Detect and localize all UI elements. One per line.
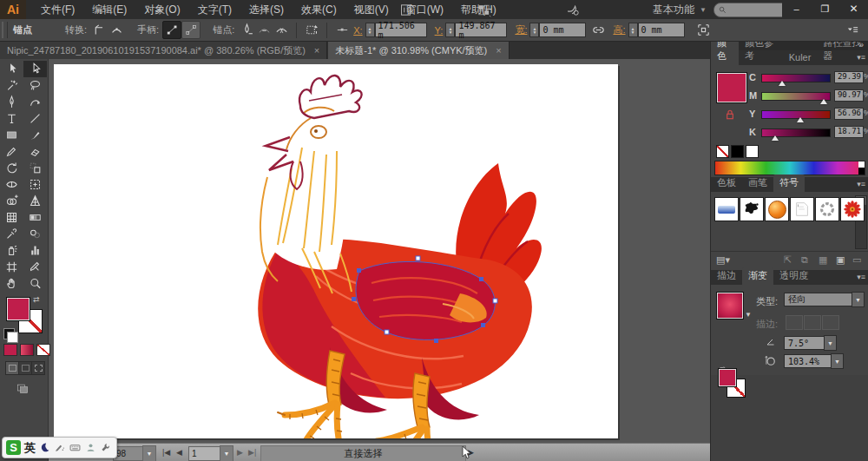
- delete-symbol-icon[interactable]: ▭: [852, 254, 861, 266]
- bridge-icon[interactable]: [395, 2, 416, 17]
- channel-slider[interactable]: [761, 92, 831, 101]
- tool-mesh[interactable]: [0, 209, 23, 226]
- menu-item-5[interactable]: 效果(C): [293, 0, 345, 20]
- channel-value-field[interactable]: 90.97: [834, 89, 864, 102]
- tool-magic-wand[interactable]: [0, 77, 23, 94]
- menu-item-6[interactable]: 视图(V): [346, 0, 397, 20]
- color-button[interactable]: [3, 344, 17, 356]
- new-symbol-icon[interactable]: ▣: [836, 254, 845, 266]
- tool-line-segment[interactable]: [23, 110, 47, 127]
- lock-icon[interactable]: [723, 107, 737, 122]
- channel-slider[interactable]: [761, 128, 831, 137]
- gradient-panel-menu-icon[interactable]: ▾≡: [857, 273, 865, 281]
- symbols-tab-1[interactable]: 画笔: [742, 175, 773, 192]
- height-field[interactable]: 0 mm: [638, 23, 685, 37]
- tool-selection[interactable]: [0, 61, 23, 77]
- cs-live-icon[interactable]: [562, 2, 583, 17]
- default-stroke-mini[interactable]: [7, 332, 18, 343]
- document-tab-0[interactable]: Nipic_24787180_20190610191537190084.ai* …: [0, 42, 327, 59]
- tool-hand[interactable]: [0, 275, 23, 292]
- tool-gradient[interactable]: [23, 209, 47, 226]
- menu-item-4[interactable]: 选择(S): [241, 0, 292, 20]
- show-handles-icon[interactable]: [162, 21, 181, 39]
- symbol-red-flower[interactable]: [840, 197, 865, 221]
- menu-item-3[interactable]: 文字(T): [190, 0, 240, 20]
- draw-inside-icon[interactable]: [32, 362, 44, 374]
- symbols-panel-menu-icon[interactable]: ▾≡: [857, 180, 865, 188]
- stroke-across-icon[interactable]: [822, 315, 839, 330]
- tool-scale[interactable]: [23, 160, 47, 176]
- transform-icon[interactable]: [695, 22, 713, 38]
- tool-artboard[interactable]: [0, 259, 23, 275]
- gradient-fill-proxy[interactable]: [718, 368, 737, 387]
- tool-free-transform[interactable]: [23, 176, 47, 193]
- canvas-pasteboard[interactable]: [48, 59, 710, 443]
- slider-thumb[interactable]: [797, 117, 804, 122]
- slider-thumb[interactable]: [772, 135, 779, 141]
- gradient-swatch-caret-icon[interactable]: ▼: [745, 311, 752, 319]
- tool-eraser[interactable]: [23, 143, 47, 160]
- width-stepper[interactable]: ▲▼: [529, 23, 539, 37]
- none-chip[interactable]: [716, 145, 729, 158]
- tool-lasso[interactable]: [23, 77, 47, 94]
- draw-normal-icon[interactable]: [6, 362, 19, 374]
- gradient-type-caret-icon[interactable]: ▼: [852, 292, 865, 307]
- isolate-selection-icon[interactable]: [303, 22, 320, 38]
- arrange-documents-icon[interactable]: [473, 2, 494, 17]
- gradient-type-select[interactable]: 径向: [784, 293, 858, 306]
- tool-column-graph[interactable]: [23, 242, 47, 259]
- symbol-orange-sphere[interactable]: [765, 197, 789, 221]
- gradient-aspect-field[interactable]: 103.4%: [784, 354, 838, 368]
- remove-anchor-icon[interactable]: [238, 22, 255, 38]
- place-symbol-icon[interactable]: ⇱: [784, 254, 792, 266]
- gradient-tab-2[interactable]: 透明度: [773, 267, 814, 285]
- stroke-within-icon[interactable]: [786, 315, 803, 330]
- convert-to-smooth-icon[interactable]: [108, 22, 125, 38]
- tool-eyedropper[interactable]: [0, 226, 23, 242]
- tool-pen[interactable]: [0, 94, 23, 110]
- channel-value-field[interactable]: 18.71: [834, 126, 864, 138]
- tool-slice[interactable]: [23, 259, 47, 275]
- restore-button[interactable]: ❐: [811, 0, 839, 17]
- tool-blend[interactable]: [23, 226, 47, 242]
- symbol-ink-splat[interactable]: [740, 197, 764, 221]
- document-tab-1[interactable]: 未标题-1* @ 310.98% (CMYK/预览) ×: [328, 42, 509, 59]
- ime-logo[interactable]: S: [6, 440, 21, 455]
- y-field[interactable]: 149.867 m: [455, 23, 507, 37]
- slider-thumb[interactable]: [820, 99, 827, 104]
- convert-to-corner-icon[interactable]: [90, 22, 108, 38]
- tool-curvature-pen[interactable]: [23, 94, 47, 110]
- x-field[interactable]: 171.506 m: [375, 23, 427, 37]
- gradient-button[interactable]: [20, 344, 34, 356]
- keyboard-icon[interactable]: [69, 442, 82, 453]
- y-stepper[interactable]: ▲▼: [445, 23, 455, 37]
- connect-path-icon[interactable]: [255, 22, 273, 38]
- next-artboard-icon[interactable]: ▶: [237, 448, 243, 457]
- channel-slider[interactable]: [761, 110, 831, 119]
- artboard[interactable]: [54, 64, 618, 438]
- menu-item-0[interactable]: 文件(F): [33, 0, 82, 20]
- minimize-button[interactable]: –: [782, 0, 811, 17]
- wrench-icon[interactable]: [100, 442, 111, 453]
- tool-type[interactable]: [0, 110, 23, 127]
- cut-path-icon[interactable]: [273, 22, 290, 38]
- tool-zoom[interactable]: [23, 275, 47, 292]
- color-tab-2[interactable]: Kuler: [783, 50, 818, 65]
- control-bar-grip[interactable]: [2, 22, 8, 38]
- tool-shape-builder[interactable]: [0, 193, 23, 209]
- symbol-swirl-wreath[interactable]: [815, 197, 839, 221]
- symbol-blank-note[interactable]: [790, 197, 814, 221]
- last-artboard-icon[interactable]: ▶|: [248, 448, 256, 457]
- symbol-libraries-icon[interactable]: ▤▾: [716, 254, 730, 266]
- symbols-tab-0[interactable]: 色板: [711, 175, 742, 192]
- none-button[interactable]: [36, 344, 50, 356]
- swap-fill-stroke-icon[interactable]: ⇄: [33, 295, 40, 304]
- menu-item-2[interactable]: 对象(O): [136, 0, 187, 20]
- handwriting-pen-icon[interactable]: [54, 442, 65, 453]
- gradient-tab-1[interactable]: 渐变: [742, 267, 773, 285]
- screen-mode-icon[interactable]: [14, 382, 31, 395]
- channel-value-field[interactable]: 56.96: [834, 108, 864, 120]
- person-icon[interactable]: [85, 442, 96, 453]
- tool-symbol-sprayer[interactable]: [0, 242, 23, 259]
- first-artboard-icon[interactable]: |◀: [162, 448, 170, 457]
